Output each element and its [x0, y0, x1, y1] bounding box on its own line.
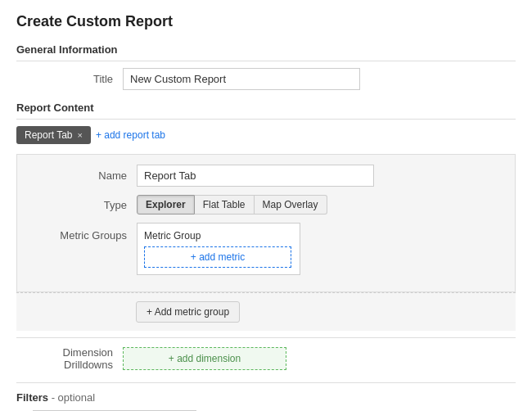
inner-form: Name Type Explorer Flat Table Map Overla…: [16, 154, 516, 292]
dimension-row: Dimension Drilldowns + add dimension: [16, 346, 516, 371]
title-input[interactable]: [123, 68, 360, 90]
page-title: Create Custom Report: [16, 13, 516, 30]
name-row: Name: [30, 165, 502, 187]
page-container: Create Custom Report General Information…: [0, 0, 532, 411]
type-explorer-btn[interactable]: Explorer: [137, 195, 195, 215]
add-metric-group-area: + Add metric group: [16, 292, 516, 331]
tab-name-input[interactable]: [137, 165, 374, 187]
general-info-section: General Information: [16, 43, 516, 61]
type-flat-table-btn[interactable]: Flat Table: [195, 195, 255, 215]
metric-group-box: Metric Group + add metric: [137, 223, 300, 275]
add-dimension-btn[interactable]: + add dimension: [123, 347, 286, 370]
metric-groups-content: Metric Group + add metric: [137, 223, 502, 282]
report-tab[interactable]: Report Tab ×: [16, 126, 91, 144]
title-label: Title: [16, 73, 123, 85]
add-metric-group-btn[interactable]: + Add metric group: [136, 301, 240, 323]
type-label: Type: [30, 199, 137, 211]
divider-1: [16, 337, 516, 338]
name-label: Name: [30, 169, 137, 182]
tab-label: Report Tab: [25, 129, 72, 141]
dimension-label: Dimension Drilldowns: [16, 346, 123, 371]
tab-close-icon[interactable]: ×: [77, 130, 82, 140]
metric-group-name: Metric Group: [144, 230, 293, 242]
type-map-overlay-btn[interactable]: Map Overlay: [255, 195, 327, 215]
metric-groups-label: Metric Groups: [30, 223, 137, 242]
report-content-label: Report Content: [16, 102, 516, 120]
type-row: Type Explorer Flat Table Map Overlay: [30, 195, 502, 215]
add-metric-btn[interactable]: + add metric: [144, 246, 291, 268]
type-buttons-group: Explorer Flat Table Map Overlay: [137, 195, 327, 215]
title-row: Title: [16, 68, 516, 90]
filters-optional: - optional: [52, 391, 95, 404]
filters-title: Filters - optional: [16, 391, 516, 404]
add-report-tab-link[interactable]: + add report tab: [96, 129, 165, 141]
tabs-bar: Report Tab × + add report tab: [16, 126, 516, 144]
report-content-section: Report Content Report Tab × + add report…: [16, 102, 516, 371]
metric-groups-row: Metric Groups Metric Group + add metric: [30, 223, 502, 282]
filters-section: Filters - optional + add filter ▼: [16, 382, 516, 411]
